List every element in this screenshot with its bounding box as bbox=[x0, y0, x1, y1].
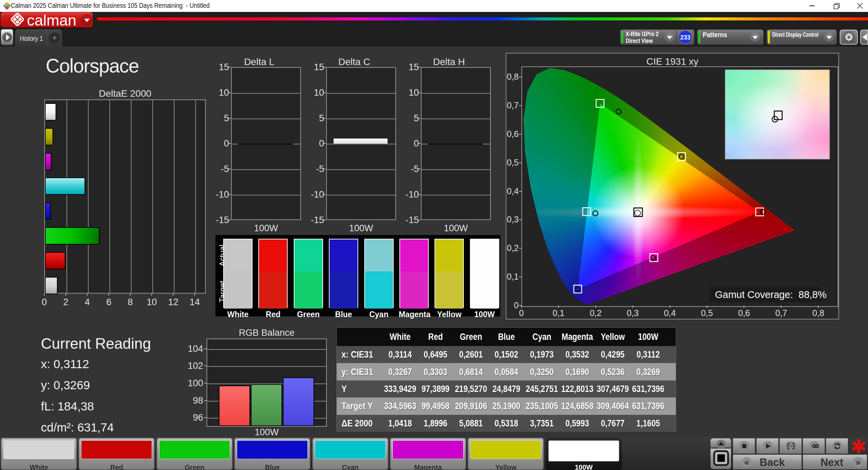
svg-text:Back: Back bbox=[760, 456, 785, 468]
svg-text:«: « bbox=[744, 457, 749, 467]
svg-text:Next: Next bbox=[820, 456, 843, 468]
svg-text:»: » bbox=[856, 457, 861, 467]
